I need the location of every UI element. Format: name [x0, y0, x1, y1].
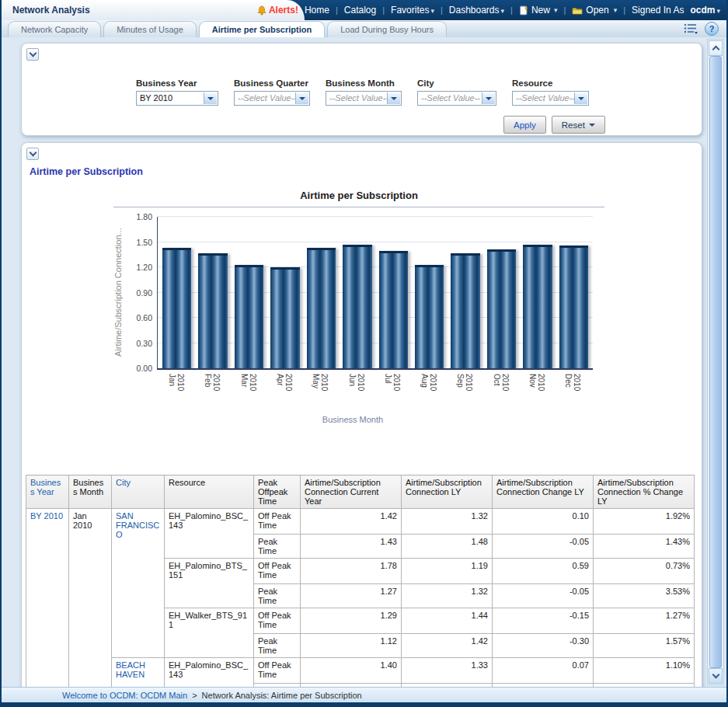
- reset-button[interactable]: Reset: [552, 116, 605, 134]
- application-window: Network Analysis Alerts! Home | Catalog …: [0, 0, 728, 707]
- nav-open[interactable]: Open▾: [572, 5, 617, 16]
- breadcrumb-separator: >: [192, 691, 197, 700]
- page-toolbar: ?: [683, 22, 719, 36]
- bar-apr-2010[interactable]: [270, 267, 299, 368]
- page-options-icon[interactable]: [683, 23, 698, 35]
- table-cell: 3.53%: [594, 584, 695, 608]
- apply-button[interactable]: Apply: [503, 116, 546, 134]
- table-cell: 0.59: [493, 559, 594, 584]
- table-cell: Off Peak Time: [254, 509, 301, 535]
- user-menu[interactable]: ocdm▾: [690, 5, 720, 16]
- table-cell[interactable]: BEACH HAVEN: [112, 658, 165, 688]
- table-cell: Off Peak Time: [254, 658, 301, 684]
- tab-network-capacity[interactable]: Network Capacity: [8, 21, 101, 37]
- y-axis-tick-label: 0.00: [137, 364, 152, 373]
- chart-xlabels: 2010 Jan2010 Feb2010 Mar2010 Apr2010 May…: [157, 370, 592, 410]
- table-cell: -0.05: [493, 535, 594, 559]
- business-year-dropdown[interactable]: BY 2010: [136, 91, 218, 106]
- y-axis-tick-label: 0.60: [137, 313, 152, 322]
- table-cell: Off Peak Time: [254, 608, 301, 634]
- column-header[interactable]: City: [112, 475, 165, 509]
- chevron-down-icon: [589, 124, 595, 130]
- bar-jan-2010[interactable]: [162, 248, 191, 368]
- alerts-link[interactable]: Alerts!: [257, 5, 298, 16]
- global-nav: Alerts! Home | Catalog | Favorites▾ | Da…: [257, 0, 720, 20]
- vertical-scrollbar[interactable]: [707, 39, 724, 685]
- breadcrumb-home-link[interactable]: Welcome to OCDM: OCDM Main: [62, 691, 187, 700]
- bar-sep-2010[interactable]: [451, 253, 479, 368]
- bar-aug-2010[interactable]: [415, 265, 444, 368]
- y-axis-tick-label: 0.90: [137, 288, 152, 298]
- x-axis-tick-label: 2010 Mar: [234, 370, 263, 410]
- bell-icon: [257, 5, 266, 16]
- business-quarter-dropdown[interactable]: --Select Value--: [234, 91, 310, 106]
- chevron-down-icon: [29, 149, 37, 157]
- table-cell: 1.29: [301, 608, 402, 634]
- nav-favorites[interactable]: Favorites▾: [391, 5, 434, 16]
- nav-new[interactable]: New▾: [519, 5, 558, 16]
- table-cell[interactable]: SAN FRANCISCO: [112, 509, 165, 658]
- dropdown-arrow-icon[interactable]: [574, 92, 587, 104]
- scrollbar-thumb[interactable]: [709, 56, 722, 668]
- y-axis-tick-label: 1.50: [137, 238, 152, 247]
- resource-dropdown[interactable]: --Select Value--: [512, 91, 589, 106]
- help-icon[interactable]: ?: [705, 22, 719, 36]
- breadcrumb-bar: Welcome to OCDM: OCDM Main > Network Ana…: [2, 687, 726, 702]
- scroll-up-arrow-icon[interactable]: [709, 40, 723, 56]
- window-bottom-edge: [2, 702, 726, 707]
- table-cell[interactable]: BY 2010: [26, 509, 69, 688]
- table-cell: EH_Walker_BTS_911: [165, 608, 254, 658]
- table-cell: EH_Palomino_BSC_143: [165, 658, 254, 688]
- table-cell: 1.48: [402, 535, 493, 559]
- signed-in-label: Signed In As: [632, 5, 684, 16]
- table-cell: 1.10%: [594, 658, 695, 684]
- column-header[interactable]: Business Year: [26, 475, 69, 509]
- table-cell: 0.73%: [594, 559, 695, 584]
- table-cell: 1.19: [402, 559, 493, 584]
- chart-title: Airtime per Subscription: [113, 190, 604, 207]
- tab-airtime-per-subscription[interactable]: Airtime per Subscription: [199, 21, 325, 37]
- nav-separator: |: [623, 5, 625, 15]
- collapse-panel-button[interactable]: [26, 48, 39, 61]
- table-cell: 1.43: [301, 535, 402, 559]
- table-cell: 1.92%: [594, 509, 695, 535]
- bar-feb-2010[interactable]: [198, 253, 227, 368]
- table-cell: -0.30: [493, 634, 594, 658]
- city-dropdown[interactable]: --Select Value--: [417, 91, 496, 106]
- dropdown-arrow-icon[interactable]: [482, 92, 495, 104]
- bar-oct-2010[interactable]: [487, 249, 516, 368]
- table-cell: EH_Palomino_BTS_151: [165, 559, 254, 608]
- table-cell: 1.40: [301, 658, 402, 684]
- scroll-down-arrow-icon[interactable]: [709, 668, 723, 684]
- bar-jul-2010[interactable]: [379, 251, 408, 368]
- dropdown-arrow-icon[interactable]: [387, 92, 400, 104]
- x-axis-tick-label: 2010 Dec: [559, 370, 587, 410]
- business-month-dropdown[interactable]: --Select Value--: [326, 91, 402, 106]
- tab-load-during-busy-hours[interactable]: Load During Busy Hours: [327, 21, 447, 37]
- table-cell: 1.27%: [594, 608, 695, 634]
- dropdown-arrow-icon[interactable]: [204, 92, 217, 104]
- bar-chart: Airtime per Subscription Airtime/Subscri…: [113, 190, 604, 424]
- tab-minutes-of-usage[interactable]: Minutes of Usage: [103, 21, 197, 37]
- filter-label: Business Year: [136, 78, 218, 88]
- nav-home[interactable]: Home: [305, 5, 329, 16]
- dashboard-title: Network Analysis: [12, 5, 90, 16]
- table-cell: 1.42: [402, 634, 493, 658]
- bar-may-2010[interactable]: [307, 248, 336, 368]
- chevron-down-icon: ▾: [501, 7, 505, 15]
- nav-dashboards[interactable]: Dashboards▾: [449, 5, 504, 16]
- table-cell: 1.57%: [594, 634, 695, 658]
- column-header: Airtime/Subscription Connection % Change…: [594, 475, 695, 509]
- bar-dec-2010[interactable]: [559, 246, 588, 368]
- table-cell: -0.05: [493, 584, 594, 608]
- chart-bars: [158, 217, 593, 368]
- chevron-down-icon: ▾: [430, 7, 434, 15]
- bar-jun-2010[interactable]: [343, 245, 371, 368]
- bar-mar-2010[interactable]: [235, 265, 263, 368]
- nav-catalog[interactable]: Catalog: [344, 5, 376, 16]
- x-axis-tick-label: 2010 Jan: [162, 370, 190, 410]
- x-axis-tick-label: 2010 Feb: [197, 370, 226, 410]
- collapse-panel-button[interactable]: [26, 148, 39, 160]
- bar-nov-2010[interactable]: [523, 245, 552, 368]
- dropdown-arrow-icon[interactable]: [295, 92, 308, 104]
